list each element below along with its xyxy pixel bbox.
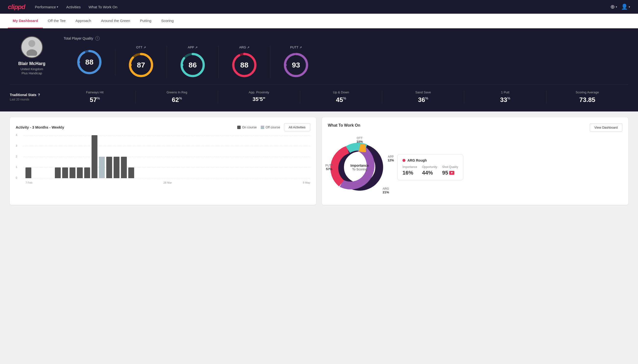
user-menu-button[interactable]: 👤 ▾ [621, 4, 630, 10]
putt-arrow-icon: ↗ [299, 46, 302, 49]
arg-arrow-icon: ↗ [247, 46, 250, 49]
arg-label: ARG ↗ [239, 46, 250, 49]
avatar [21, 36, 43, 58]
score-card-app: APP ↗ 86 [167, 46, 219, 78]
chart-area: 4 3 2 1 0 7 Feb 28 Mar 9 May [16, 135, 310, 184]
all-activities-button[interactable]: All Activities [284, 123, 310, 131]
x-labels: 7 Feb 28 Mar 9 May [26, 181, 310, 184]
ott-score: 87 [137, 61, 145, 69]
bars-container [26, 135, 310, 178]
bar-on-course[interactable] [62, 168, 68, 178]
tab-approach[interactable]: Approach [71, 14, 96, 28]
ring-app: 86 [179, 52, 206, 78]
on-course-dot [237, 126, 241, 129]
tab-off-the-tee[interactable]: Off the Tee [43, 14, 71, 28]
nav-activities[interactable]: Activities [66, 5, 81, 9]
bar-group [84, 135, 90, 178]
wtwo-content: Importance To Scoring OTT 10% APP 12% AR… [328, 136, 622, 199]
user-icon: 👤 [621, 4, 628, 10]
nav-left: clippd Performance ▾ Activities What To … [8, 3, 117, 11]
player-handicap: Plus Handicap [22, 72, 42, 75]
arg-card-dot [402, 159, 405, 162]
wtwo-header: What To Work On View Dashboard [328, 123, 622, 132]
donut-label-putt: PUTT 57% [325, 164, 333, 171]
wtwo-card: What To Work On View Dashboard [322, 117, 628, 205]
donut-label-arg: ARG 21% [383, 187, 389, 194]
tab-my-dashboard[interactable]: My Dashboard [8, 14, 43, 28]
user-chevron-icon: ▾ [629, 6, 630, 8]
ring-arg: 88 [231, 52, 258, 78]
score-card-putt: PUTT ↗ 93 [270, 46, 322, 78]
app-arrow-icon: ↗ [195, 46, 197, 49]
bottom-section: Activity - 3 Months - Weekly On course O… [0, 112, 638, 211]
nav-performance[interactable]: Performance ▾ [35, 5, 59, 9]
stat-gir: Greens In Reg 62% [136, 90, 218, 104]
score-card-arg: ARG ↗ 88 [219, 46, 270, 78]
arg-metric-importance: Importance 16% [402, 165, 417, 176]
x-label-mar: 28 Mar [163, 181, 172, 184]
tab-putting[interactable]: Putting [135, 14, 156, 28]
bar-on-course[interactable] [26, 168, 31, 178]
trad-stats-subtitle: Last 20 rounds [10, 98, 54, 101]
donut-center-sub: To Scoring [350, 168, 369, 171]
bar-on-course[interactable] [128, 168, 134, 178]
player-info: Blair McHarg United Kingdom Plus Handica… [10, 36, 54, 75]
svg-point-0 [28, 40, 35, 47]
ring-tpq: 88 [76, 49, 103, 76]
nav-links: Performance ▾ Activities What To Work On [35, 5, 118, 9]
bar-on-course[interactable] [92, 135, 97, 178]
chart-header: Activity - 3 Months - Weekly On course O… [16, 123, 310, 131]
bar-on-course[interactable] [121, 157, 127, 178]
x-label-may: 9 May [303, 181, 310, 184]
bar-off-course[interactable] [99, 157, 105, 178]
help-icon[interactable]: ? [95, 36, 100, 40]
view-dashboard-button[interactable]: View Dashboard [590, 124, 622, 132]
hero-section: Blair McHarg United Kingdom Plus Handica… [0, 28, 638, 112]
legend-on-course: On course [237, 126, 257, 129]
wtwo-title: What To Work On [328, 123, 360, 128]
arg-metric-shot-quality: Shot Quality 95 ▼ [442, 165, 458, 176]
bar-group [26, 135, 31, 178]
bar-group [62, 135, 68, 178]
bar-on-course[interactable] [55, 168, 61, 178]
player-country: United Kingdom [21, 67, 43, 71]
donut-center: Importance To Scoring [350, 164, 369, 171]
ott-label: OTT ↗ [136, 46, 146, 49]
off-course-dot [261, 126, 264, 129]
bar-on-course[interactable] [70, 168, 75, 178]
svg-point-1 [27, 50, 37, 56]
score-cards: 88 OTT ↗ 87 [64, 46, 628, 78]
bar-group [121, 135, 127, 178]
trad-stats-help-icon[interactable]: ? [38, 93, 40, 97]
tab-bar: My Dashboard Off the Tee Approach Around… [0, 14, 638, 28]
arg-metrics: Importance 16% Opportunity 44% Shot Qual… [402, 165, 458, 176]
ring-putt: 93 [283, 52, 309, 78]
tpq-score: 88 [85, 58, 93, 66]
arg-score: 88 [240, 61, 248, 69]
stat-sand-save: Sand Save 36% [382, 90, 464, 104]
bar-on-course[interactable] [84, 168, 90, 178]
add-button[interactable]: ⊕ ▾ [610, 4, 617, 10]
bar-on-course[interactable] [77, 168, 83, 178]
stat-scoring-avg: Scoring Average 73.85 [546, 90, 628, 104]
svg-point-10 [181, 64, 183, 66]
activity-chart-card: Activity - 3 Months - Weekly On course O… [10, 117, 316, 205]
quality-title: Total Player Quality ? [64, 36, 628, 40]
stat-items: Fairways Hit 57% Greens In Reg 62% App. … [54, 90, 628, 104]
trad-stats-title: Traditional Stats ? [10, 93, 54, 97]
bar-on-course[interactable] [106, 157, 112, 178]
logo[interactable]: clippd [8, 3, 25, 11]
score-card-ott: OTT ↗ 87 [115, 46, 167, 78]
donut-center-title: Importance [350, 164, 369, 168]
nav-right: ⊕ ▾ 👤 ▾ [610, 4, 630, 10]
bar-group [99, 135, 105, 178]
nav-what-to-work-on[interactable]: What To Work On [89, 5, 118, 9]
tab-scoring[interactable]: Scoring [156, 14, 178, 28]
plus-circle-icon: ⊕ [610, 4, 615, 10]
tab-around-the-green[interactable]: Around the Green [96, 14, 135, 28]
app-label: APP ↗ [188, 46, 197, 49]
bar-group [55, 135, 61, 178]
stat-up-down: Up & Down 45% [300, 90, 382, 104]
bar-on-course[interactable] [114, 157, 119, 178]
bar-group [114, 135, 119, 178]
